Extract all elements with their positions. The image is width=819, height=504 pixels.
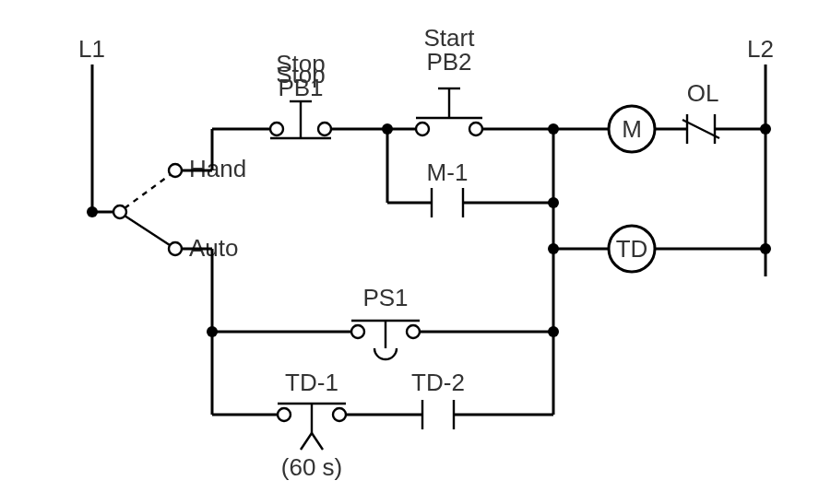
svg-point-14 xyxy=(416,123,429,135)
pressure-switch-ps1[interactable] xyxy=(351,321,420,359)
label-l1: L1 xyxy=(78,35,105,63)
label-ol: OL xyxy=(687,79,719,107)
label-coil-td: TD xyxy=(616,235,648,263)
svg-text:PB1: PB1 xyxy=(278,74,323,101)
svg-line-56 xyxy=(301,433,312,450)
label-ps1: PS1 xyxy=(362,284,408,311)
contact-m1 xyxy=(432,188,463,217)
label-td1: TD-1 xyxy=(285,369,338,396)
svg-point-5 xyxy=(270,123,283,135)
start-pb2[interactable] xyxy=(416,88,482,135)
label-coil-m: M xyxy=(622,115,642,143)
label-td2: TD-2 xyxy=(411,369,465,396)
svg-point-38 xyxy=(760,243,771,254)
selector-hand-terminal xyxy=(169,164,182,177)
svg-point-53 xyxy=(333,408,346,421)
selector-wiper-auto xyxy=(125,216,170,245)
svg-point-39 xyxy=(548,197,559,208)
label-m1: M-1 xyxy=(427,158,469,186)
selector-auto-terminal xyxy=(169,242,182,255)
selector-wiper-hand xyxy=(125,175,170,208)
svg-point-6 xyxy=(318,123,331,135)
label-delay: (60 s) xyxy=(281,453,342,481)
svg-point-34 xyxy=(760,123,771,135)
svg-point-15 xyxy=(469,123,482,135)
label-hand: Hand xyxy=(189,155,246,182)
overload-ol xyxy=(682,114,719,144)
stop-pb1[interactable] xyxy=(270,101,331,138)
svg-text:PB2: PB2 xyxy=(426,48,471,76)
label-l2: L2 xyxy=(747,35,774,63)
stop-label-group: Stop PB1 xyxy=(276,50,326,101)
start-label-group: Start PB2 xyxy=(424,24,476,76)
svg-point-45 xyxy=(407,325,420,338)
contact-td2 xyxy=(422,400,454,429)
svg-point-52 xyxy=(278,408,291,421)
svg-point-44 xyxy=(351,325,364,338)
contact-td1 xyxy=(278,404,346,450)
svg-line-57 xyxy=(312,433,323,450)
